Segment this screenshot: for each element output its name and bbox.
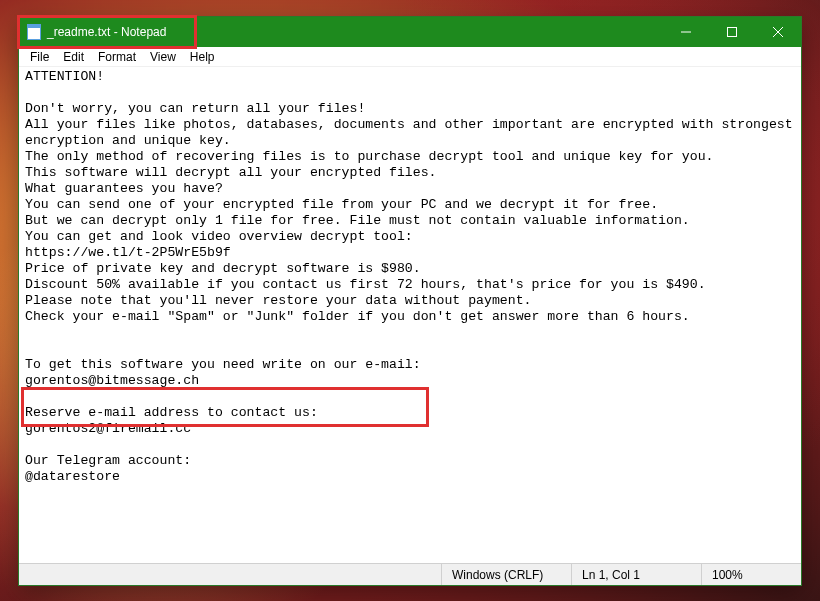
notepad-window: _readme.txt - Notepad File Edit Format V… [18,16,802,586]
minimize-button[interactable] [663,17,709,47]
close-icon [773,27,783,37]
status-encoding: Windows (CRLF) [441,564,571,585]
status-spacer [19,564,441,585]
menu-view[interactable]: View [143,48,183,66]
status-zoom: 100% [701,564,801,585]
notepad-icon [27,24,41,40]
svg-rect-1 [728,28,737,37]
titlebar-left: _readme.txt - Notepad [19,17,166,47]
maximize-icon [727,27,737,37]
window-controls [663,17,801,47]
menubar: File Edit Format View Help [19,47,801,67]
minimize-icon [681,27,691,37]
window-title: _readme.txt - Notepad [47,25,166,39]
close-button[interactable] [755,17,801,47]
maximize-button[interactable] [709,17,755,47]
statusbar: Windows (CRLF) Ln 1, Col 1 100% [19,563,801,585]
menu-format[interactable]: Format [91,48,143,66]
menu-help[interactable]: Help [183,48,222,66]
status-position: Ln 1, Col 1 [571,564,701,585]
document-text: ATTENTION! Don't worry, you can return a… [25,69,801,484]
menu-file[interactable]: File [23,48,56,66]
text-area[interactable]: ATTENTION! Don't worry, you can return a… [19,67,801,563]
titlebar[interactable]: _readme.txt - Notepad [19,17,801,47]
menu-edit[interactable]: Edit [56,48,91,66]
